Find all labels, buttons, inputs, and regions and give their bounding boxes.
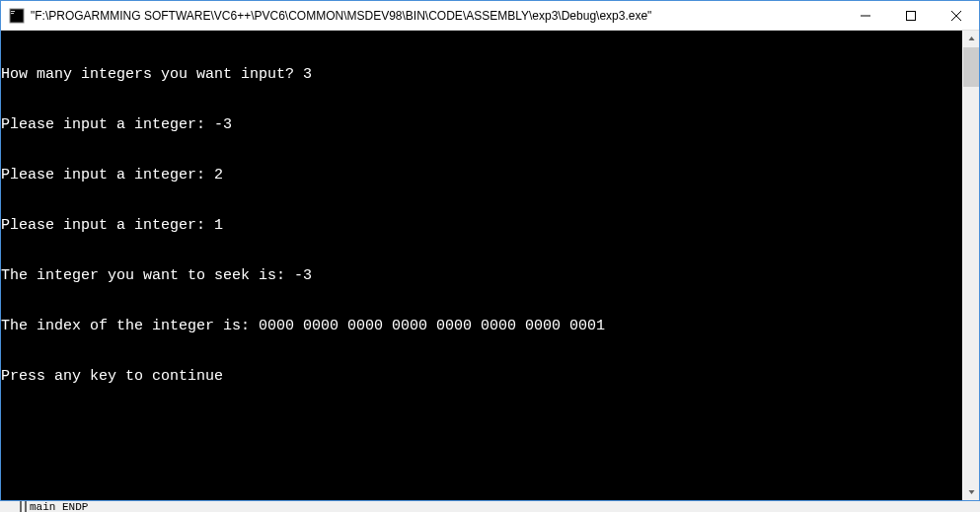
console-line: Press any key to continue [1, 368, 962, 385]
console-line: The integer you want to seek is: -3 [1, 267, 962, 284]
console-line: How many integers you want input? 3 [1, 66, 962, 83]
titlebar[interactable]: "F:\PROGARMMING SOFTWARE\VC6++\PVC6\COMM… [1, 1, 979, 31]
console-line: Please input a integer: 2 [1, 167, 962, 183]
console-area: How many integers you want input? 3 Plea… [1, 31, 979, 500]
scroll-down-button[interactable] [963, 483, 979, 500]
window-controls [843, 1, 979, 30]
scroll-thumb[interactable] [963, 47, 979, 87]
console-line: Please input a integer: -3 [1, 116, 962, 133]
svg-rect-4 [907, 11, 916, 20]
close-button[interactable] [934, 1, 979, 30]
svg-marker-8 [968, 490, 974, 494]
vertical-scrollbar[interactable] [962, 31, 979, 500]
maximize-button[interactable] [888, 1, 934, 30]
svg-rect-1 [11, 11, 15, 12]
console-line: The index of the integer is: 0000 0000 0… [1, 318, 962, 334]
console-output[interactable]: How many integers you want input? 3 Plea… [1, 31, 962, 500]
scroll-track[interactable] [963, 47, 979, 483]
scroll-up-button[interactable] [963, 31, 979, 47]
window-title: "F:\PROGARMMING SOFTWARE\VC6++\PVC6\COMM… [31, 9, 843, 23]
console-window: "F:\PROGARMMING SOFTWARE\VC6++\PVC6\COMM… [0, 0, 980, 501]
svg-rect-2 [11, 13, 14, 14]
background-editor-fragment: main ENDP [20, 501, 88, 512]
fragment-text: main ENDP [30, 501, 88, 512]
svg-marker-7 [968, 37, 974, 40]
app-icon [9, 8, 25, 24]
console-line: Please input a integer: 1 [1, 217, 962, 234]
minimize-button[interactable] [843, 1, 888, 30]
